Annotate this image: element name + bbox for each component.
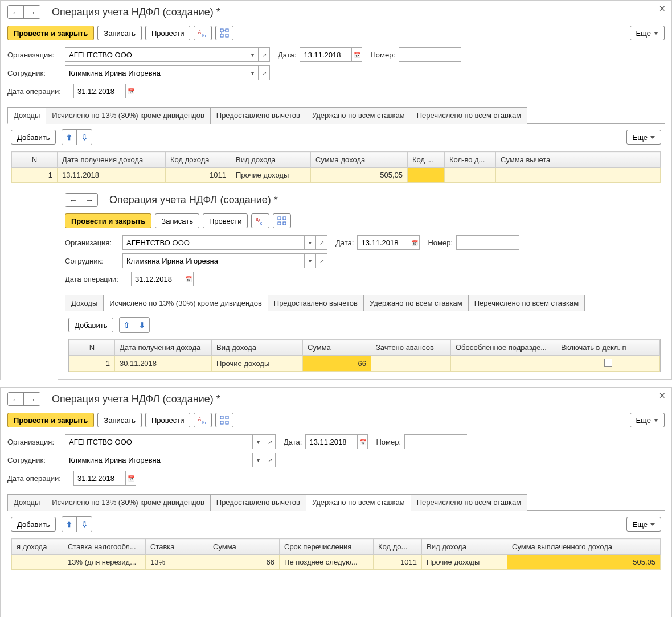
cell-advance[interactable]: [371, 356, 451, 372]
number-input[interactable]: [399, 48, 502, 61]
op-date-input[interactable]: [132, 272, 183, 286]
cell-ded-code[interactable]: [408, 168, 445, 183]
table-row[interactable]: 1 30.11.2018 Прочие доходы 66: [69, 356, 660, 372]
cell-code[interactable]: 1011: [166, 168, 231, 183]
movements-icon[interactable]: ДтКт: [251, 213, 269, 228]
cell-deadline[interactable]: Не позднее следую...: [280, 555, 374, 570]
op-date-field[interactable]: 📅: [73, 471, 136, 486]
tab-withheld[interactable]: Удержано по всем ставкам: [306, 494, 411, 511]
tab-deductions[interactable]: Предоставлено вычетов: [210, 494, 306, 511]
employee-input[interactable]: [65, 453, 252, 467]
tab-transferred[interactable]: Перечислено по всем ставкам: [411, 107, 527, 124]
op-date-input[interactable]: [74, 84, 125, 98]
table-row[interactable]: 1 13.11.2018 1011 Прочие доходы 505,05: [12, 168, 661, 183]
close-icon[interactable]: ✕: [659, 391, 666, 400]
tab-income[interactable]: Доходы: [7, 107, 46, 124]
cell-sum[interactable]: 66: [208, 555, 280, 570]
employee-combo[interactable]: ▾ ↗: [122, 253, 327, 268]
open-icon[interactable]: ↗: [264, 453, 275, 467]
tab-computed13[interactable]: Исчислено по 13% (30%) кроме дивидендов: [103, 295, 268, 311]
add-row-button[interactable]: Добавить: [11, 517, 56, 532]
nav-back-button[interactable]: ←: [8, 393, 24, 405]
tab-withheld[interactable]: Удержано по всем ставкам: [306, 107, 411, 124]
org-combo[interactable]: ▾ ↗: [65, 47, 270, 62]
cell-rate-cat[interactable]: 13% (для нерезид...: [63, 555, 146, 570]
post-button[interactable]: Провести: [145, 26, 191, 40]
date-input[interactable]: [300, 48, 351, 61]
post-button[interactable]: Провести: [145, 413, 191, 427]
nav-back-button[interactable]: ←: [8, 6, 24, 18]
open-icon[interactable]: ↗: [315, 254, 327, 268]
open-icon[interactable]: ↗: [258, 66, 269, 80]
employee-combo[interactable]: ▾ ↗: [65, 453, 276, 467]
post-button[interactable]: Провести: [203, 213, 248, 228]
cell-kind[interactable]: Прочие доходы: [231, 168, 311, 183]
move-down-icon[interactable]: ⇩: [134, 318, 149, 332]
cell-n[interactable]: 1: [12, 168, 58, 183]
open-icon[interactable]: ↗: [315, 236, 327, 249]
cell-sum[interactable]: 66: [303, 356, 371, 372]
tab-withheld[interactable]: Удержано по всем ставкам: [363, 295, 469, 311]
calendar-icon[interactable]: 📅: [357, 435, 367, 449]
date-field[interactable]: 📅: [305, 434, 368, 449]
add-row-button[interactable]: Добавить: [68, 318, 113, 332]
move-down-icon[interactable]: ⇩: [77, 517, 92, 532]
dropdown-icon[interactable]: ▾: [304, 254, 315, 268]
cell-subdiv[interactable]: [451, 356, 556, 372]
nav-forward-button[interactable]: →: [24, 6, 40, 18]
move-down-icon[interactable]: ⇩: [77, 130, 92, 145]
cell-sum[interactable]: 505,05: [311, 168, 408, 183]
cell-code[interactable]: 1011: [374, 555, 422, 570]
cell-date[interactable]: 13.11.2018: [58, 168, 166, 183]
save-button[interactable]: Записать: [97, 413, 142, 427]
tab-deductions[interactable]: Предоставлено вычетов: [268, 295, 364, 311]
op-date-input[interactable]: [74, 471, 125, 485]
date-input[interactable]: [358, 236, 409, 249]
calendar-icon[interactable]: 📅: [183, 272, 193, 286]
post-and-close-button[interactable]: Провести и закрыть: [7, 26, 94, 40]
move-up-icon[interactable]: ⇧: [62, 517, 77, 532]
cell-include[interactable]: [556, 356, 660, 372]
op-date-field[interactable]: 📅: [73, 84, 136, 98]
calendar-icon[interactable]: 📅: [125, 471, 136, 485]
structure-icon[interactable]: [215, 413, 233, 427]
number-input[interactable]: [405, 435, 507, 449]
tab-computed13[interactable]: Исчислено по 13% (30%) кроме дивидендов: [46, 494, 211, 511]
structure-icon[interactable]: [273, 213, 291, 228]
move-up-icon[interactable]: ⇧: [120, 318, 134, 332]
close-icon[interactable]: ✕: [659, 4, 666, 13]
nav-forward-button[interactable]: →: [81, 194, 97, 206]
tab-computed13[interactable]: Исчислено по 13% (30%) кроме дивидендов: [46, 107, 211, 124]
org-combo[interactable]: ▾ ↗: [122, 235, 327, 250]
tab-income[interactable]: Доходы: [65, 295, 104, 311]
date-field[interactable]: 📅: [357, 235, 420, 250]
move-up-icon[interactable]: ⇧: [62, 130, 77, 145]
post-and-close-button[interactable]: Провести и закрыть: [7, 413, 94, 427]
dropdown-icon[interactable]: ▾: [304, 236, 315, 249]
date-input[interactable]: [306, 435, 357, 449]
dropdown-icon[interactable]: ▾: [247, 66, 258, 80]
number-field[interactable]: [456, 235, 519, 250]
add-row-button[interactable]: Добавить: [11, 130, 56, 145]
org-combo[interactable]: ▾ ↗: [65, 434, 276, 449]
cell-kind[interactable]: Прочие доходы: [212, 356, 303, 372]
table-row[interactable]: 13% (для нерезид... 13% 66 Не позднее сл…: [12, 555, 661, 570]
cell-paid[interactable]: 505,05: [507, 555, 661, 570]
dropdown-icon[interactable]: ▾: [252, 435, 264, 449]
cell-kind[interactable]: Прочие доходы: [422, 555, 507, 570]
checkbox-icon[interactable]: [604, 359, 612, 367]
number-input[interactable]: [457, 236, 559, 249]
calendar-icon[interactable]: 📅: [125, 84, 136, 98]
dropdown-icon[interactable]: ▾: [252, 453, 264, 467]
tab-transferred[interactable]: Перечислено по всем ставкам: [411, 494, 527, 511]
employee-input[interactable]: [65, 66, 247, 80]
table-more-button[interactable]: Еще: [626, 517, 661, 532]
movements-icon[interactable]: ДтКт: [194, 413, 212, 427]
cell-ded-sum[interactable]: [496, 168, 661, 183]
number-field[interactable]: [399, 47, 461, 62]
tab-deductions[interactable]: Предоставлено вычетов: [210, 107, 306, 124]
employee-input[interactable]: [123, 254, 304, 268]
post-and-close-button[interactable]: Провести и закрыть: [65, 213, 151, 228]
nav-forward-button[interactable]: →: [24, 393, 40, 405]
cell-date[interactable]: 30.11.2018: [115, 356, 212, 372]
